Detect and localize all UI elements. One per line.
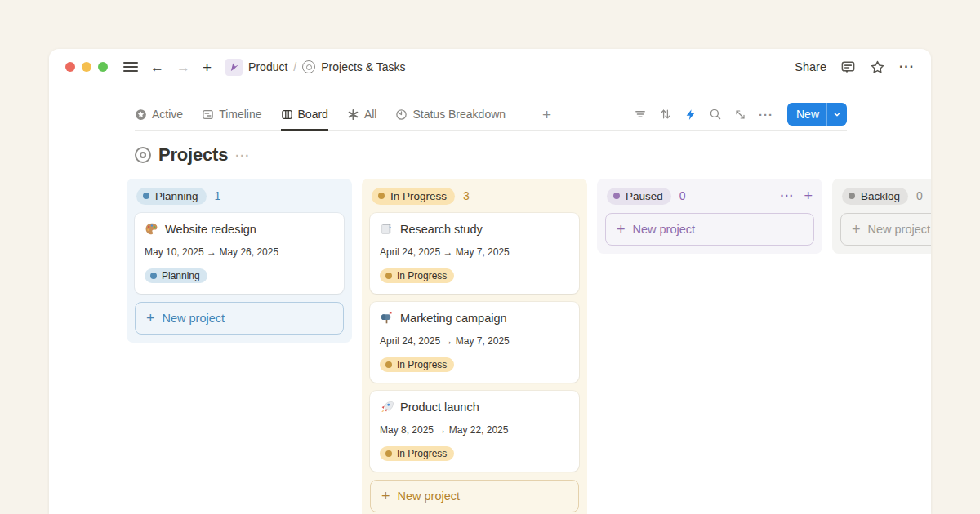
breadcrumb: Product / Projects & Tasks xyxy=(225,59,405,76)
column-count: 0 xyxy=(916,189,923,202)
target-icon xyxy=(302,60,315,73)
sidebar-toggle-icon[interactable] xyxy=(123,62,138,72)
new-project-button[interactable]: + New project xyxy=(605,213,814,246)
plus-icon: + xyxy=(852,222,861,237)
status-dot xyxy=(613,193,620,199)
card-status: In Progress xyxy=(380,357,569,372)
column-backlog: Backlog 0 + New project xyxy=(832,179,931,254)
status-pill-paused[interactable]: Paused xyxy=(607,188,671,205)
status-dot xyxy=(385,273,392,279)
tab-timeline[interactable]: Timeline xyxy=(202,99,261,130)
new-page-icon[interactable]: + xyxy=(203,60,212,75)
column-count: 0 xyxy=(679,189,686,202)
tab-status-breakdown[interactable]: Status Breakdown xyxy=(395,99,506,130)
project-card[interactable]: Marketing campaign April 24, 2025 → May … xyxy=(370,302,579,383)
target-icon xyxy=(135,147,151,163)
project-card[interactable]: Research study April 24, 2025 → May 7, 2… xyxy=(370,213,579,294)
column-header: Backlog 0 xyxy=(840,185,931,206)
chevron-down-icon[interactable] xyxy=(826,103,847,126)
traffic-lights xyxy=(65,62,108,72)
back-icon[interactable]: ← xyxy=(150,60,164,74)
project-card[interactable]: Website redesign May 10, 2025 → May 26, … xyxy=(135,213,344,294)
project-card[interactable]: Product launch May 8, 2025 → May 22, 202… xyxy=(370,391,579,472)
filter-icon[interactable] xyxy=(634,108,647,121)
view-toolbar: ··· New xyxy=(634,103,847,126)
app-window: ← → + Product / Projects & Tasks Share xyxy=(49,49,931,514)
column-more-icon[interactable]: ··· xyxy=(780,190,794,202)
column-count: 3 xyxy=(463,189,470,202)
expand-icon[interactable] xyxy=(734,109,746,121)
breadcrumb-separator: / xyxy=(293,60,296,73)
column-add-icon[interactable]: + xyxy=(804,188,813,203)
status-dot xyxy=(150,273,157,279)
card-dates: April 24, 2025 → May 7, 2025 xyxy=(380,335,569,347)
workspace-logo-icon[interactable] xyxy=(225,59,243,76)
tab-all[interactable]: All xyxy=(347,99,377,130)
close-window-button[interactable] xyxy=(65,62,75,72)
favorite-star-icon[interactable] xyxy=(870,60,885,75)
tab-active[interactable]: Active xyxy=(135,99,183,130)
topbar-actions: Share ··· xyxy=(795,60,915,75)
tab-board[interactable]: Board xyxy=(281,99,328,130)
card-dates: April 24, 2025 → May 7, 2025 xyxy=(380,246,569,258)
card-status: In Progress xyxy=(380,268,569,283)
status-pill-planning[interactable]: Planning xyxy=(136,188,207,205)
new-button[interactable]: New xyxy=(787,103,847,126)
add-view-icon[interactable]: + xyxy=(542,107,551,122)
column-header: Paused 0 ··· + xyxy=(605,185,814,206)
card-title-row: Marketing campaign xyxy=(380,311,569,325)
title-more-icon[interactable]: ··· xyxy=(235,148,250,162)
card-dates: May 8, 2025 → May 22, 2025 xyxy=(380,424,569,436)
new-project-button[interactable]: + New project xyxy=(370,480,579,512)
kanban-board: Planning 1 Website redesign May 10, 2025… xyxy=(49,179,931,514)
clock-icon xyxy=(395,109,408,121)
zoom-window-button[interactable] xyxy=(98,62,108,72)
plus-icon: + xyxy=(381,489,390,503)
view-more-icon[interactable]: ··· xyxy=(759,108,773,122)
status-pill-in-progress[interactable]: In Progress xyxy=(372,188,455,205)
view-tabs-row: Active Timeline Board All xyxy=(135,99,847,131)
top-bar: ← → + Product / Projects & Tasks Share xyxy=(49,49,931,85)
column-actions: ··· + xyxy=(780,188,813,203)
star-circle-icon xyxy=(135,109,147,121)
new-project-button[interactable]: + New project xyxy=(840,213,931,246)
column-header: Planning 1 xyxy=(135,185,344,206)
minimize-window-button[interactable] xyxy=(82,62,91,72)
new-project-button[interactable]: + New project xyxy=(135,302,344,335)
comments-icon[interactable] xyxy=(840,60,856,75)
timeline-view-icon xyxy=(202,109,214,121)
plus-icon: + xyxy=(146,311,155,326)
status-dot xyxy=(385,361,392,368)
page-title: Projects xyxy=(158,144,228,166)
card-title-row: Research study xyxy=(380,222,569,236)
board-view-icon xyxy=(281,109,293,121)
more-options-icon[interactable]: ··· xyxy=(899,60,915,73)
view-tabs: Active Timeline Board All xyxy=(135,99,551,130)
card-title-row: Website redesign xyxy=(145,222,334,236)
asterisk-icon xyxy=(347,109,359,121)
automation-bolt-icon[interactable] xyxy=(684,109,697,121)
column-count: 1 xyxy=(215,189,221,202)
plus-icon: + xyxy=(617,222,626,237)
page-title-row: Projects ··· xyxy=(135,144,847,166)
card-status: Planning xyxy=(145,268,334,283)
card-title-row: Product launch xyxy=(380,400,569,414)
sort-icon[interactable] xyxy=(659,108,672,121)
share-button[interactable]: Share xyxy=(795,60,826,73)
card-dates: May 10, 2025 → May 26, 2025 xyxy=(145,246,334,258)
status-dot xyxy=(378,193,385,199)
status-dot xyxy=(385,450,392,457)
column-paused: Paused 0 ··· + + New project xyxy=(597,179,822,254)
status-pill-backlog[interactable]: Backlog xyxy=(842,188,908,205)
search-icon[interactable] xyxy=(709,108,722,121)
bookmark-tabs-icon xyxy=(380,222,394,236)
status-dot xyxy=(143,193,149,199)
palette-icon xyxy=(145,222,158,236)
breadcrumb-workspace[interactable]: Product xyxy=(248,60,287,73)
status-dot xyxy=(849,193,855,199)
rocket-icon xyxy=(380,400,394,414)
forward-icon: → xyxy=(176,60,190,74)
mailbox-icon xyxy=(380,311,394,325)
breadcrumb-page[interactable]: Projects & Tasks xyxy=(321,60,405,73)
column-planning: Planning 1 Website redesign May 10, 2025… xyxy=(127,179,352,343)
